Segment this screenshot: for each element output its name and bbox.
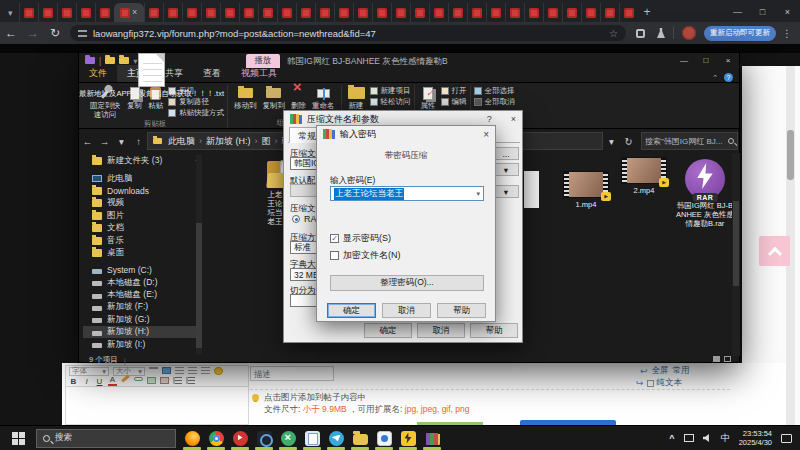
sidebar-item[interactable]: 图片: [83, 210, 199, 222]
taskbar-app-button[interactable]: [348, 426, 372, 450]
sidebar-item[interactable]: 视频: [83, 197, 199, 209]
browser-tab[interactable]: [315, 3, 334, 22]
description-input[interactable]: [250, 366, 334, 381]
network-icon[interactable]: [684, 434, 694, 442]
help-button[interactable]: 帮助: [470, 323, 518, 338]
taskbar-app-button[interactable]: [276, 426, 300, 450]
browse-button[interactable]: ...: [493, 147, 519, 160]
font-family-dropdown[interactable]: 字体▾: [69, 367, 109, 376]
maximize-button[interactable]: □: [750, 2, 775, 22]
back-icon[interactable]: ←: [0, 26, 22, 40]
cancel-button[interactable]: 取消: [382, 303, 431, 318]
browser-tab[interactable]: [600, 3, 619, 22]
files-scrollbar-thumb[interactable]: [733, 201, 739, 286]
password-input[interactable]: 上老王论坛当老王 ▾: [330, 186, 484, 201]
ribbon-button[interactable]: 全部选择: [474, 86, 515, 96]
explorer-search-input[interactable]: 搜索"韩国IG网红 BJ...: [641, 132, 738, 150]
font-size-dropdown[interactable]: 大小▾: [113, 367, 145, 376]
browser-tab[interactable]: [258, 3, 277, 22]
sidebar-item[interactable]: 本地磁盘 (E:): [83, 289, 199, 301]
sidebar-item[interactable]: Downloads: [83, 185, 199, 197]
back-to-top-button[interactable]: [759, 236, 790, 266]
browser-tab[interactable]: [524, 3, 543, 22]
file-item[interactable]: 上老王论坛当老王: [267, 161, 283, 226]
breadcrumb-segment[interactable]: 此电脑: [168, 135, 206, 148]
browser-tab[interactable]: [144, 3, 163, 22]
sidebar-item[interactable]: 文档: [83, 222, 199, 234]
breadcrumb-segment[interactable]: 图: [262, 135, 282, 148]
ribbon-button[interactable]: 复制路径: [168, 97, 224, 107]
ribbon-button[interactable]: 打开: [441, 86, 467, 96]
ribbon-button[interactable]: 全部取消: [474, 97, 515, 107]
taskbar-app-button[interactable]: [324, 426, 348, 450]
encrypt-names-row[interactable]: 加密文件名(N): [330, 249, 401, 262]
sidebar-item[interactable]: 新加坡 (G:): [83, 314, 199, 326]
ribbon-button[interactable]: 编辑: [441, 97, 467, 107]
reload-icon[interactable]: ↻: [44, 26, 66, 40]
taskbar-app-button[interactable]: [396, 426, 420, 450]
cancel-button[interactable]: 取消: [417, 323, 465, 338]
url-text[interactable]: laowangfip372.vip/forum.php?mod=post&act…: [93, 28, 603, 39]
editor-format-icon[interactable]: [173, 377, 182, 384]
sidebar-item[interactable]: System (C:): [83, 264, 199, 276]
forward-icon[interactable]: →: [96, 136, 113, 147]
browser-tab[interactable]: [19, 3, 38, 22]
refresh-icon[interactable]: ↻: [620, 136, 637, 147]
sidebar-item[interactable]: 新建文件夹 (3): [83, 155, 199, 167]
maximize-button[interactable]: □: [695, 53, 717, 67]
action-center-icon[interactable]: [781, 434, 792, 443]
thumbnail-view-icon[interactable]: [724, 356, 731, 362]
ribbon-button[interactable]: 属性: [418, 85, 439, 111]
close-icon[interactable]: ×: [511, 114, 516, 124]
editor-format-icon[interactable]: [188, 367, 197, 374]
browser-tab[interactable]: [38, 3, 57, 22]
recent-chevron-icon[interactable]: ▾: [113, 136, 130, 147]
breadcrumb-segment[interactable]: 新加坡 (H:): [206, 135, 262, 148]
checkbox-unchecked-icon[interactable]: [330, 251, 339, 260]
browser-tab[interactable]: [220, 3, 239, 22]
browser-tab[interactable]: [486, 3, 505, 22]
editor-text-area[interactable]: [65, 387, 249, 425]
editor-format-icon[interactable]: U: [95, 377, 104, 386]
fullscreen-link[interactable]: 全屏: [652, 365, 669, 377]
forward-icon[interactable]: →: [22, 26, 44, 40]
ribbon-button[interactable]: 复制到: [260, 85, 289, 111]
sidebar-scrollbar-thumb[interactable]: [196, 223, 202, 348]
editor-format-icon[interactable]: A: [108, 377, 117, 386]
ribbon-button[interactable]: 移动到: [231, 85, 260, 111]
browser-tab[interactable]: [448, 3, 467, 22]
show-password-row[interactable]: ✓ 显示密码(S): [330, 232, 391, 245]
ime-indicator[interactable]: 中: [721, 432, 730, 445]
ribbon-button[interactable]: 新建项目: [370, 86, 411, 96]
start-button[interactable]: [0, 426, 36, 450]
ok-button[interactable]: 确定: [327, 303, 376, 318]
close-icon[interactable]: ×: [483, 129, 489, 140]
taskbar-app-button[interactable]: [300, 426, 324, 450]
browser-tab[interactable]: [543, 3, 562, 22]
page-scrollbar-thumb[interactable]: [787, 130, 794, 180]
browser-tab[interactable]: [163, 3, 182, 22]
browser-tab[interactable]: [277, 3, 296, 22]
restart-update-button[interactable]: 重新启动即可更新: [704, 26, 776, 41]
browser-tab[interactable]: [372, 3, 391, 22]
minimize-button[interactable]: —: [725, 2, 750, 22]
editor-format-icon[interactable]: [147, 377, 156, 384]
experiments-icon[interactable]: [657, 28, 665, 38]
file-item[interactable]: 韩国IG网红 BJ-BANHEE 灰色性感情趣勒B.rar: [675, 159, 735, 228]
taskbar-clock[interactable]: 23:53:54 2025/4/30: [739, 429, 772, 447]
browser-tab[interactable]: [410, 3, 429, 22]
sidebar-item[interactable]: 此电脑: [83, 172, 199, 184]
update-mode-dropdown-button[interactable]: ▾: [493, 185, 519, 198]
browser-tab[interactable]: [429, 3, 448, 22]
back-icon[interactable]: ←: [79, 136, 96, 147]
browser-tab[interactable]: [76, 3, 95, 22]
editor-format-icon[interactable]: [214, 367, 223, 375]
taskbar-search[interactable]: 搜索: [36, 429, 176, 448]
new-tab-button[interactable]: +: [638, 5, 657, 22]
browser-tab[interactable]: [581, 3, 600, 22]
address-bar[interactable]: laowangfip372.vip/forum.php?mod=post&act…: [70, 25, 626, 41]
ok-button[interactable]: 确定: [364, 323, 412, 338]
ribbon-tab[interactable]: 视频工具: [231, 65, 287, 82]
file-item[interactable]: 1.mp4: [560, 171, 612, 209]
sidebar-item[interactable]: 新加坡 (H:): [83, 326, 199, 338]
